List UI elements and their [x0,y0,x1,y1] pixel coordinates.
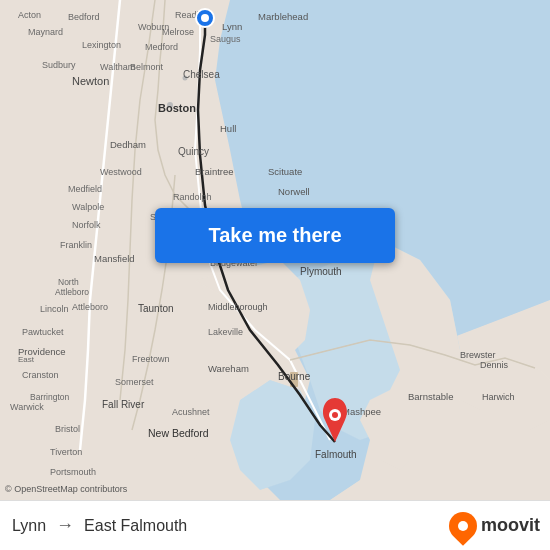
svg-text:Warwick: Warwick [10,402,44,412]
moovit-brand-text: moovit [481,515,540,536]
svg-text:Lakeville: Lakeville [208,327,243,337]
svg-text:Westwood: Westwood [100,167,142,177]
svg-text:Attleboro: Attleboro [72,302,108,312]
svg-text:Bristol: Bristol [55,424,80,434]
svg-text:Lynn: Lynn [222,21,242,32]
moovit-logo-icon [443,506,483,546]
svg-text:Norfolk: Norfolk [72,220,101,230]
svg-text:© OpenStreetMap contributors: © OpenStreetMap contributors [5,484,128,494]
svg-text:Lexington: Lexington [82,40,121,50]
svg-point-72 [201,14,209,22]
svg-text:Medford: Medford [145,42,178,52]
svg-point-74 [332,412,338,418]
svg-text:East: East [18,355,35,364]
svg-text:Bedford: Bedford [68,12,100,22]
svg-text:Lincoln: Lincoln [40,304,69,314]
svg-text:Norwell: Norwell [278,186,310,197]
from-location-label: Lynn [12,517,46,535]
take-me-there-button[interactable]: Take me there [155,208,395,263]
svg-text:Barnstable: Barnstable [408,391,453,402]
svg-text:Mashpee: Mashpee [342,406,381,417]
svg-text:Marblehead: Marblehead [258,11,308,22]
svg-text:Franklin: Franklin [60,240,92,250]
svg-text:Plymouth: Plymouth [300,266,342,277]
svg-text:Mansfield: Mansfield [94,253,135,264]
to-location-label: East Falmouth [84,517,187,535]
svg-text:Quincy: Quincy [178,146,209,157]
moovit-logo: moovit [449,512,540,540]
svg-text:Dedham: Dedham [110,139,146,150]
svg-text:North: North [58,277,79,287]
arrow-icon: → [56,515,74,536]
svg-text:Braintree: Braintree [195,166,234,177]
svg-text:Pawtucket: Pawtucket [22,327,64,337]
svg-text:Bourne: Bourne [278,371,311,382]
svg-text:Scituate: Scituate [268,166,302,177]
bottom-bar: Lynn → East Falmouth moovit [0,500,550,550]
svg-text:Portsmouth: Portsmouth [50,467,96,477]
svg-text:Medfield: Medfield [68,184,102,194]
svg-text:Middleborough: Middleborough [208,302,268,312]
svg-text:Belmont: Belmont [130,62,164,72]
svg-text:Acton: Acton [18,10,41,20]
svg-text:Newton: Newton [72,75,109,87]
svg-text:Barrington: Barrington [30,392,69,402]
svg-text:Saugus: Saugus [210,34,241,44]
svg-text:Hull: Hull [220,123,236,134]
svg-text:Dennis: Dennis [480,360,509,370]
svg-text:Randolph: Randolph [173,192,212,202]
svg-text:Chelsea: Chelsea [183,69,220,80]
svg-text:Fall River: Fall River [102,399,145,410]
map-container: Newton Boston Chelsea Marblehead Hull Qu… [0,0,550,500]
svg-text:Wareham: Wareham [208,363,249,374]
svg-text:Boston: Boston [158,102,196,114]
svg-text:Freetown: Freetown [132,354,170,364]
svg-text:Melrose: Melrose [162,27,194,37]
svg-text:Sudbury: Sudbury [42,60,76,70]
svg-text:Harwich: Harwich [482,392,515,402]
svg-text:Taunton: Taunton [138,303,174,314]
svg-text:Falmouth: Falmouth [315,449,357,460]
svg-text:Acushnet: Acushnet [172,407,210,417]
svg-text:Maynard: Maynard [28,27,63,37]
svg-text:New Bedford: New Bedford [148,427,209,439]
svg-text:Brewster: Brewster [460,350,496,360]
svg-text:Attleboro: Attleboro [55,287,89,297]
svg-text:Cranston: Cranston [22,370,59,380]
svg-text:Tiverton: Tiverton [50,447,82,457]
svg-text:Somerset: Somerset [115,377,154,387]
svg-text:Walpole: Walpole [72,202,104,212]
